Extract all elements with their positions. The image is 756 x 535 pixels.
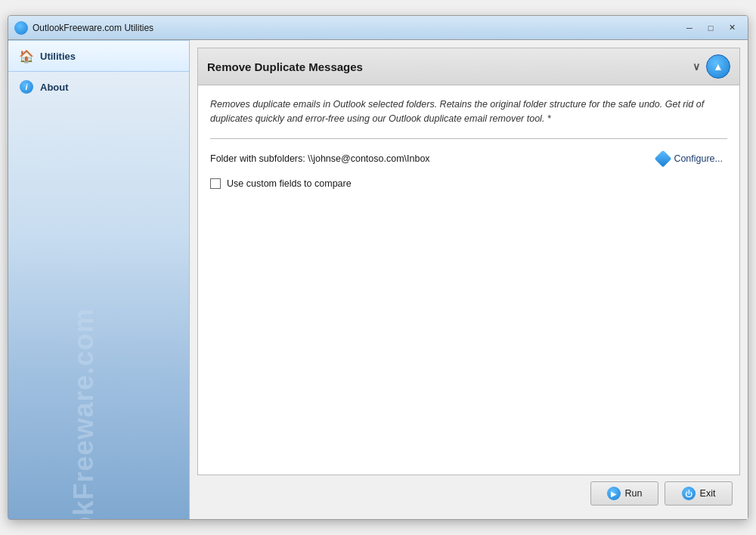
title-bar-text: OutlookFreeware.com Utilities [33, 23, 680, 33]
watermark-container: OutlookFreeware.com [8, 40, 189, 519]
sidebar-item-utilities[interactable]: 🏠 Utilities [8, 40, 189, 72]
sidebar-watermark: OutlookFreeware.com [68, 308, 100, 519]
minimize-button[interactable]: ─ [680, 20, 699, 36]
tool-title: Remove Duplicate Messages [207, 60, 363, 73]
description-text: Removes duplicate emails in Outlook sele… [210, 97, 727, 126]
maximize-button[interactable]: □ [701, 20, 720, 36]
sidebar-utilities-label: Utilities [40, 51, 76, 62]
title-bar: OutlookFreeware.com Utilities ─ □ ✕ [8, 16, 748, 40]
folder-label: Folder with subfolders: \\johnse@contoso… [210, 153, 430, 164]
main-window: OutlookFreeware.com Utilities ─ □ ✕ 🏠 Ut… [8, 15, 748, 520]
title-bar-controls: ─ □ ✕ [680, 20, 742, 36]
checkbox-label: Use custom fields to compare [227, 178, 352, 189]
main-content: 🏠 Utilities i About OutlookFreeware.com [8, 40, 748, 519]
exit-button[interactable]: ⏻ Exit [665, 481, 733, 506]
content-body: Removes duplicate emails in Outlook sele… [198, 85, 739, 475]
exit-icon: ⏻ [682, 487, 696, 500]
sidebar-item-about[interactable]: i About [8, 72, 189, 102]
sidebar-about-label: About [40, 82, 69, 93]
info-icon-container: i [19, 79, 34, 94]
divider [210, 138, 727, 139]
sidebar: 🏠 Utilities i About OutlookFreeware.com [8, 40, 190, 519]
configure-label: Configure... [674, 153, 723, 164]
content-header: Remove Duplicate Messages ∨ ▲ [198, 48, 739, 85]
content-area: Remove Duplicate Messages ∨ ▲ Removes du… [197, 48, 740, 475]
checkbox-row: Use custom fields to compare [210, 178, 727, 189]
app-icon [14, 21, 28, 35]
run-label: Run [625, 488, 643, 499]
tool-selector[interactable]: Remove Duplicate Messages ∨ [207, 60, 700, 73]
upload-button[interactable]: ▲ [706, 54, 730, 79]
info-icon: i [20, 80, 33, 94]
bottom-bar: ▶ Run ⏻ Exit [197, 475, 740, 512]
right-panel: Remove Duplicate Messages ∨ ▲ Removes du… [190, 40, 748, 519]
run-button[interactable]: ▶ Run [590, 481, 658, 506]
run-icon: ▶ [607, 487, 621, 500]
configure-button[interactable]: Configure... [652, 151, 727, 166]
home-icon: 🏠 [19, 48, 34, 63]
folder-row: Folder with subfolders: \\johnse@contoso… [210, 151, 727, 166]
diamond-icon [655, 150, 672, 167]
close-button[interactable]: ✕ [722, 20, 742, 36]
custom-fields-checkbox[interactable] [210, 178, 221, 189]
exit-label: Exit [700, 488, 716, 499]
chevron-down-icon: ∨ [692, 60, 700, 73]
